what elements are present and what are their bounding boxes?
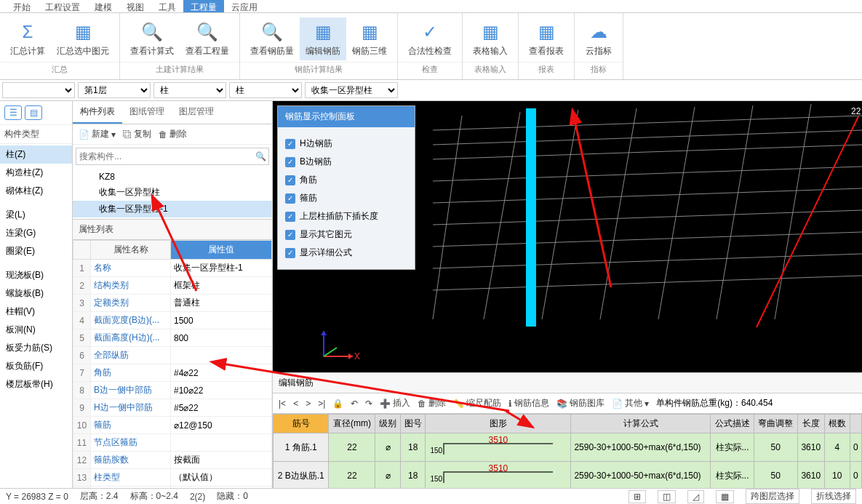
lock-icon[interactable]: 🔒 <box>332 399 343 409</box>
copy-button[interactable]: ⿻复制 <box>123 128 151 140</box>
property-row[interactable]: 1名称收集一区异型柱-1 <box>73 260 272 277</box>
tab[interactable]: 开始 <box>6 0 38 12</box>
grid-header[interactable]: 公式描述 <box>711 415 754 433</box>
component-selector[interactable]: 收集一区异型柱 <box>305 82 398 98</box>
grid-icon[interactable]: ▦ <box>716 490 734 503</box>
property-row[interactable]: 9H边一侧中部筋#5⌀22 <box>73 399 272 417</box>
nav-last-icon[interactable]: >| <box>318 399 325 409</box>
grid-header[interactable]: 图形 <box>426 415 571 433</box>
ribbon-button[interactable]: ▦表格输入 <box>467 17 514 60</box>
tree-item[interactable]: 梁(L) <box>0 206 72 224</box>
property-row[interactable]: 12箍筋胺数按截面 <box>73 452 272 469</box>
property-row[interactable]: 6全部纵筋 <box>73 347 272 364</box>
category-selector[interactable]: 柱 <box>153 82 226 98</box>
tree-item[interactable]: 柱帽(V) <box>0 303 72 321</box>
grid-header[interactable]: 级别 <box>375 415 401 433</box>
tab-component-list[interactable]: 构件列表 <box>73 101 122 124</box>
grid-header[interactable]: 长度 <box>797 415 824 433</box>
tab[interactable]: 云应用 <box>224 0 265 12</box>
property-row[interactable]: 2结构类别框架柱 <box>73 277 272 295</box>
property-row[interactable]: 5截面高度(H边)(...800 <box>73 329 272 347</box>
tree-item[interactable]: 楼层板带(H) <box>0 375 72 393</box>
detail-view-icon[interactable]: ▤ <box>25 105 42 120</box>
property-row[interactable]: 7角筋#4⌀22 <box>73 364 272 382</box>
delete-button[interactable]: 🗑删除 <box>159 128 187 140</box>
selection-count: 2(2) <box>190 492 205 502</box>
other-button[interactable]: 📄其他▾ <box>612 397 649 409</box>
tree-item[interactable]: 现浇板(B) <box>0 266 72 284</box>
tab[interactable]: 工具 <box>151 0 183 12</box>
tree-item[interactable]: 连梁(G) <box>0 224 72 242</box>
property-row[interactable]: 11节点区箍筋 <box>73 434 272 452</box>
angle-icon[interactable]: ◿ <box>687 490 704 503</box>
tree-item[interactable]: 板受力筋(S) <box>0 339 72 357</box>
grid-header[interactable]: 图号 <box>400 415 426 433</box>
tree-item[interactable]: 板洞(N) <box>0 321 72 339</box>
list-item[interactable]: 收集一区异型柱-1 <box>73 201 272 217</box>
grid-header[interactable]: 筋号 <box>274 415 329 433</box>
snap-icon[interactable]: ◫ <box>658 490 676 503</box>
tab[interactable]: 工程量 <box>183 0 224 12</box>
floor-selector[interactable]: 第1层 <box>78 82 151 98</box>
search-input[interactable] <box>76 148 252 164</box>
delete-button[interactable]: 🗑删除 <box>418 397 446 409</box>
property-row[interactable]: 8B边一侧中部筋#10⌀22 <box>73 382 272 399</box>
tab[interactable]: 视图 <box>119 0 151 12</box>
ribbon-tabs: 开始 工程设置 建模 视图 工具 工程量 云应用 <box>0 0 862 13</box>
grid-header[interactable]: 直径(mm) <box>329 415 375 433</box>
insert-button[interactable]: ➕插入 <box>380 397 410 409</box>
selector[interactable] <box>2 82 75 98</box>
ribbon-button[interactable]: 🔍查看钢筋量 <box>244 17 300 60</box>
list-item[interactable]: KZ8 <box>73 169 272 184</box>
svg-line-12 <box>600 108 636 319</box>
grid-row[interactable]: 2 B边纵筋.122⌀1815035102590-30+1000-50+max(… <box>274 462 862 490</box>
tab-layer[interactable]: 图层管理 <box>172 101 221 124</box>
ortho-icon[interactable]: ⊞ <box>628 490 646 503</box>
property-row[interactable]: 13柱类型（默认值） <box>73 469 272 487</box>
grid-header[interactable]: 计算公式 <box>571 415 711 433</box>
tab[interactable]: 工程设置 <box>38 0 87 12</box>
redo-icon[interactable]: ↷ <box>365 399 372 409</box>
ribbon-button[interactable]: 🔍查看计算式 <box>124 17 180 60</box>
info-button[interactable]: ℹ钢筋信息 <box>508 397 549 409</box>
tree-item[interactable]: 板负筋(F) <box>0 357 72 375</box>
grid-row[interactable]: 1 角筋.122⌀1815035102590-30+1000-50+max(6*… <box>274 433 862 462</box>
ribbon-button[interactable]: ▦钢筋三维 <box>346 17 393 60</box>
undo-icon[interactable]: ↶ <box>351 399 358 409</box>
tab[interactable]: 建模 <box>87 0 119 12</box>
grid-header[interactable]: 弯曲调整 <box>754 415 797 433</box>
nav-first-icon[interactable]: |< <box>279 399 286 409</box>
tree-item[interactable]: 构造柱(Z) <box>0 164 72 182</box>
tab-drawing[interactable]: 图纸管理 <box>122 101 172 124</box>
nav-prev-icon[interactable]: < <box>293 399 298 409</box>
tree-item[interactable]: 砌体柱(Z) <box>0 182 72 200</box>
property-row[interactable]: 3定额类别普通柱 <box>73 295 272 312</box>
ribbon-button[interactable]: ▦编辑钢筋 <box>300 17 346 60</box>
type-selector[interactable]: 柱 <box>229 82 302 98</box>
search-icon[interactable]: 🔍 <box>252 148 268 164</box>
property-row[interactable]: 4截面宽度(B边)(...1500 <box>73 312 272 329</box>
ribbon-button[interactable]: ▦汇总选中图元 <box>51 17 115 60</box>
ribbon-button[interactable]: Σ汇总计算 <box>4 17 51 60</box>
tree-item[interactable]: 圈梁(E) <box>0 242 72 260</box>
list-item[interactable]: 收集一区异型柱 <box>73 184 272 201</box>
lib-button[interactable]: 📚钢筋图库 <box>556 397 604 409</box>
ribbon-button[interactable]: ▦查看报表 <box>523 17 570 60</box>
ribbon-button[interactable]: ☁云指标 <box>579 17 618 60</box>
cross-layer-button[interactable]: 跨图层选择 <box>746 489 799 504</box>
grid-header[interactable] <box>850 415 862 433</box>
scale-button[interactable]: 📏缩尺配筋 <box>453 397 501 409</box>
viewport-3d[interactable]: 钢筋显示控制面板 ✓H边钢筋✓B边钢筋✓角筋✓箍筋✓上层柱插筋下插长度✓显示其它… <box>273 101 862 372</box>
grid-header[interactable]: 根数 <box>824 415 850 433</box>
svg-line-11 <box>542 110 578 319</box>
polyline-button[interactable]: 折线选择 <box>811 489 856 504</box>
list-view-icon[interactable]: ☰ <box>4 105 22 120</box>
ribbon-button[interactable]: 🔍查看工程量 <box>180 17 235 60</box>
svg-rect-16 <box>526 108 536 327</box>
ribbon-button[interactable]: ✓合法性检查 <box>402 17 458 60</box>
new-button[interactable]: 📄新建▾ <box>79 128 116 140</box>
nav-next-icon[interactable]: > <box>306 399 311 409</box>
property-row[interactable]: 10箍筋⌀12@150 <box>73 417 272 434</box>
tree-item[interactable]: 柱(Z) <box>0 145 72 164</box>
tree-item[interactable]: 螺旋板(B) <box>0 284 72 303</box>
